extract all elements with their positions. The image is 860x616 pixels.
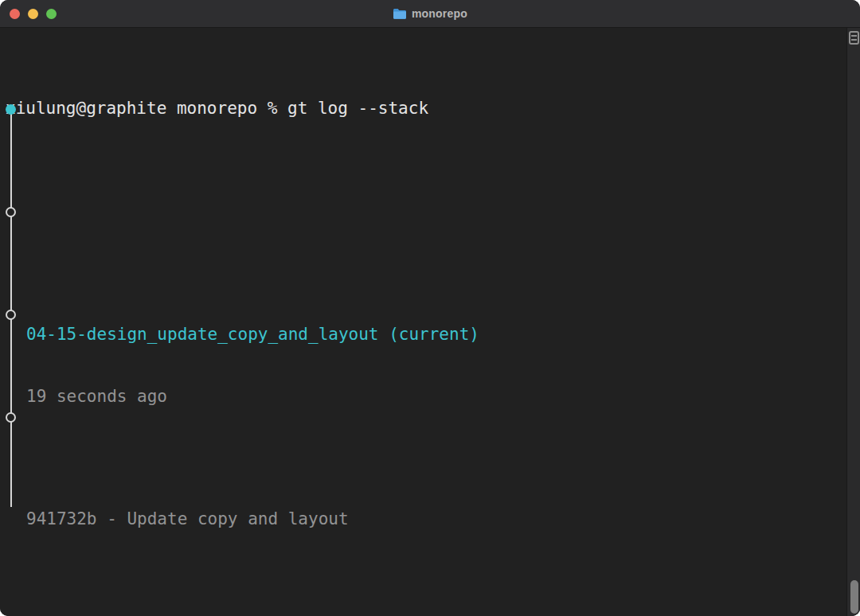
folder-icon[interactable] bbox=[393, 8, 407, 19]
branch-name: 04-15-design_update_copy_and_layout bbox=[26, 325, 379, 344]
title-group: monorepo bbox=[393, 7, 467, 20]
zoom-button[interactable] bbox=[46, 9, 57, 19]
stack-rail bbox=[10, 109, 12, 507]
blank-line bbox=[0, 161, 860, 181]
close-button[interactable] bbox=[10, 9, 20, 19]
branch-dot bbox=[6, 310, 16, 320]
window-title: monorepo bbox=[412, 7, 467, 20]
terminal-window: monorepo xiulung@graphite monorepo % gt … bbox=[0, 0, 860, 616]
scrollback-mark-icon[interactable] bbox=[849, 31, 859, 45]
command-line: xiulung@graphite monorepo % gt log --sta… bbox=[0, 99, 860, 119]
scrollbar-thumb[interactable] bbox=[850, 580, 858, 614]
window-controls bbox=[10, 0, 57, 28]
scrollbar-track[interactable] bbox=[846, 28, 860, 616]
titlebar[interactable]: monorepo bbox=[0, 0, 860, 28]
blank-line bbox=[0, 448, 860, 469]
current-branch-dot bbox=[6, 104, 16, 115]
minimize-button[interactable] bbox=[28, 9, 38, 19]
branch-line: 04-15-design_update_copy_and_layout (cur… bbox=[0, 325, 860, 345]
shell-prompt: xiulung@graphite monorepo % bbox=[6, 99, 277, 118]
terminal-output: xiulung@graphite monorepo % gt log --sta… bbox=[0, 28, 860, 616]
commit-line: 941732b - Update copy and layout bbox=[0, 509, 860, 530]
branch-dot bbox=[6, 207, 16, 217]
command-text: gt log --stack bbox=[287, 99, 428, 118]
terminal-screen[interactable]: xiulung@graphite monorepo % gt log --sta… bbox=[0, 28, 860, 616]
blank-line bbox=[0, 222, 860, 243]
branch-time: 19 seconds ago bbox=[0, 387, 860, 407]
blank-line bbox=[0, 571, 860, 592]
branch-dot bbox=[6, 412, 16, 423]
current-branch-suffix: (current) bbox=[379, 325, 479, 344]
